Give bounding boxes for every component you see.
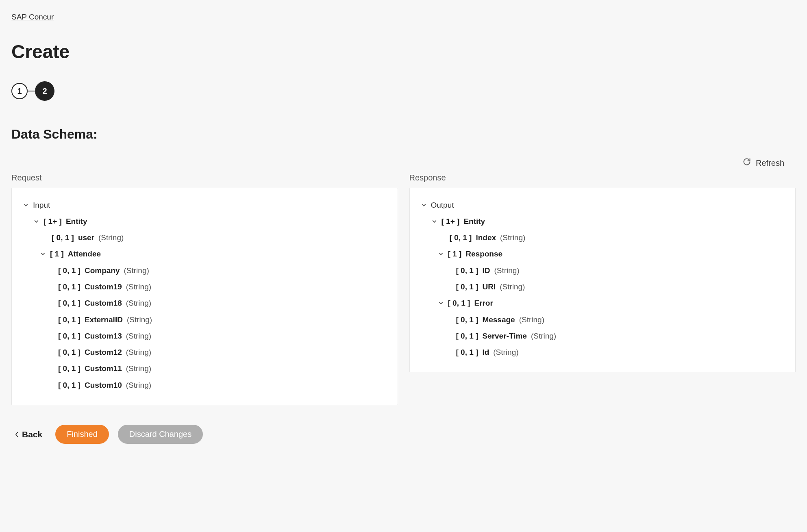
field-name: Entity: [66, 215, 87, 228]
response-node[interactable]: [ 0, 1 ] Error: [421, 295, 784, 311]
back-label: Back: [22, 428, 42, 441]
response-panel: Output [ 1+ ] Entity[ 0, 1 ] index (Stri…: [409, 188, 796, 373]
chevron-down-icon[interactable]: [438, 297, 444, 310]
cardinality: [ 0, 1 ]: [456, 313, 479, 326]
field-name: Custom11: [85, 362, 122, 375]
request-root-label: Input: [33, 199, 50, 212]
chevron-down-icon[interactable]: [34, 215, 39, 228]
response-root-label: Output: [431, 199, 454, 212]
request-node[interactable]: [ 1 ] Attendee: [23, 246, 386, 262]
chevron-down-icon[interactable]: [40, 248, 46, 261]
response-node: [ 0, 1 ] Server-Time (String): [421, 328, 784, 344]
request-panel: Input [ 1+ ] Entity[ 0, 1 ] user (String…: [11, 188, 398, 406]
section-heading: Data Schema:: [11, 124, 796, 144]
cardinality: [ 0, 1 ]: [58, 346, 80, 359]
field-type: (String): [126, 297, 151, 310]
chevron-down-icon[interactable]: [23, 199, 29, 212]
field-name: Error: [474, 297, 493, 310]
request-node: [ 0, 1 ] Company (String): [23, 263, 386, 279]
field-name: user: [78, 231, 94, 244]
request-node: [ 0, 1 ] user (String): [23, 230, 386, 246]
cardinality: [ 0, 1 ]: [456, 264, 479, 277]
field-name: Custom10: [85, 379, 122, 392]
field-name: Server-Time: [482, 330, 527, 343]
cardinality: [ 1+ ]: [442, 215, 460, 228]
field-type: (String): [494, 264, 519, 277]
refresh-button[interactable]: Refresh: [743, 157, 784, 169]
finished-button[interactable]: Finished: [55, 425, 109, 444]
chevron-down-icon[interactable]: [438, 248, 444, 261]
field-type: (String): [127, 313, 152, 326]
field-name: Attendee: [68, 248, 101, 261]
field-name: Custom18: [85, 297, 122, 310]
cardinality: [ 0, 1 ]: [58, 313, 80, 326]
page-title: Create: [11, 38, 796, 66]
field-type: (String): [531, 330, 556, 343]
response-node[interactable]: [ 1 ] Response: [421, 246, 784, 262]
cardinality: [ 0, 1 ]: [58, 297, 80, 310]
field-type: (String): [500, 231, 525, 244]
field-type: (String): [124, 264, 149, 277]
request-node: [ 0, 1 ] Custom12 (String): [23, 344, 386, 360]
field-name: Response: [465, 248, 502, 261]
field-type: (String): [493, 346, 518, 359]
refresh-icon: [743, 157, 751, 169]
field-name: Custom19: [85, 280, 122, 293]
step-2[interactable]: 2: [35, 81, 54, 101]
field-name: Entity: [463, 215, 485, 228]
request-root[interactable]: Input: [23, 197, 386, 213]
field-type: (String): [500, 280, 525, 293]
field-type: (String): [126, 362, 151, 375]
discard-button[interactable]: Discard Changes: [118, 425, 203, 444]
cardinality: [ 0, 1 ]: [58, 280, 80, 293]
field-type: (String): [98, 231, 124, 244]
response-root[interactable]: Output: [421, 197, 784, 213]
cardinality: [ 0, 1 ]: [456, 330, 479, 343]
step-1[interactable]: 1: [11, 83, 28, 99]
cardinality: [ 0, 1 ]: [456, 280, 479, 293]
response-node[interactable]: [ 1+ ] Entity: [421, 213, 784, 230]
chevron-left-icon: [15, 428, 19, 441]
cardinality: [ 0, 1 ]: [456, 346, 479, 359]
request-node: [ 0, 1 ] Custom18 (String): [23, 295, 386, 311]
response-node: [ 0, 1 ] Message (String): [421, 312, 784, 328]
chevron-down-icon[interactable]: [421, 199, 427, 212]
breadcrumb[interactable]: SAP Concur: [11, 11, 54, 23]
response-label: Response: [409, 172, 796, 184]
request-node: [ 0, 1 ] Custom11 (String): [23, 360, 386, 377]
step-connector: [28, 91, 35, 91]
field-name: ExternalID: [85, 313, 123, 326]
request-node[interactable]: [ 1+ ] Entity: [23, 213, 386, 230]
back-button[interactable]: Back: [11, 428, 46, 441]
response-node: [ 0, 1 ] index (String): [421, 230, 784, 246]
field-name: Custom13: [85, 330, 122, 343]
cardinality: [ 0, 1 ]: [448, 297, 470, 310]
cardinality: [ 0, 1 ]: [58, 362, 80, 375]
field-name: Custom12: [85, 346, 122, 359]
response-node: [ 0, 1 ] ID (String): [421, 263, 784, 279]
field-type: (String): [126, 330, 151, 343]
response-node: [ 0, 1 ] Id (String): [421, 344, 784, 360]
request-node: [ 0, 1 ] ExternalID (String): [23, 312, 386, 328]
stepper: 1 2: [11, 81, 796, 101]
field-name: URI: [482, 280, 496, 293]
chevron-down-icon[interactable]: [432, 215, 437, 228]
cardinality: [ 0, 1 ]: [58, 264, 80, 277]
field-type: (String): [519, 313, 544, 326]
request-label: Request: [11, 172, 398, 184]
request-node: [ 0, 1 ] Custom10 (String): [23, 377, 386, 393]
field-name: Message: [482, 313, 515, 326]
cardinality: [ 0, 1 ]: [58, 379, 80, 392]
refresh-label: Refresh: [756, 157, 784, 169]
cardinality: [ 0, 1 ]: [58, 330, 80, 343]
field-name: Id: [482, 346, 489, 359]
cardinality: [ 1+ ]: [44, 215, 62, 228]
request-node: [ 0, 1 ] Custom13 (String): [23, 328, 386, 344]
cardinality: [ 1 ]: [448, 248, 462, 261]
field-type: (String): [126, 346, 151, 359]
field-name: ID: [482, 264, 490, 277]
field-type: (String): [126, 379, 151, 392]
response-node: [ 0, 1 ] URI (String): [421, 279, 784, 295]
field-name: Company: [85, 264, 120, 277]
field-name: index: [476, 231, 496, 244]
